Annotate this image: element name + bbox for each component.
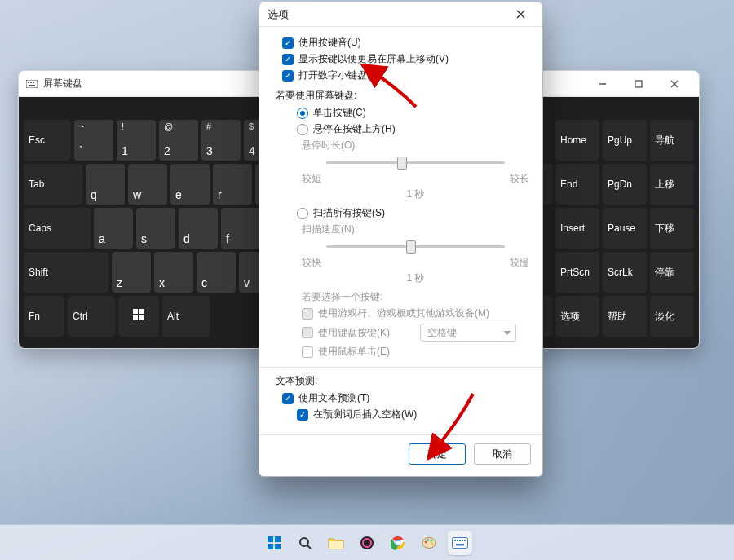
key-1[interactable]: !1 — [117, 120, 156, 161]
key-shift[interactable]: Shift — [24, 252, 108, 293]
key-a[interactable]: a — [94, 208, 133, 249]
divider — [259, 367, 542, 368]
key-c[interactable]: c — [197, 252, 236, 293]
check-scan-keyboard: 使用键盘按键(K) 空格键 — [302, 323, 529, 342]
check-insert-space[interactable]: ✓ 在预测词后插入空格(W) — [297, 408, 529, 421]
radio-icon — [297, 108, 308, 119]
check-numpad[interactable]: ✓ 打开数字小键盘(D) — [282, 68, 529, 82]
dialog-titlebar: 选项 — [259, 2, 542, 27]
key-alt[interactable]: Alt — [162, 296, 210, 337]
key-ctrl[interactable]: Ctrl — [68, 296, 115, 337]
scan-choose-label: 若要选择一个按键: — [302, 290, 529, 304]
check-icon: ✓ — [282, 393, 294, 404]
radio-icon — [297, 124, 308, 135]
options-dialog: 选项 ✓ 使用按键音(U) ✓ 显示按键以便更易在屏幕上移动(V) ✓ 打开数字… — [259, 2, 543, 477]
maximize-button[interactable] — [621, 71, 657, 97]
key-s[interactable]: s — [136, 208, 175, 249]
scan-slider-value: 1 秒 — [302, 271, 529, 285]
dialog-buttons: 确定 取消 — [259, 434, 542, 476]
key-x[interactable]: x — [154, 252, 193, 293]
key-home[interactable]: Home — [555, 120, 599, 161]
keyboard-icon — [25, 77, 38, 90]
taskbar-osk[interactable] — [448, 531, 472, 555]
taskbar — [0, 524, 734, 560]
key-help[interactable]: 帮助 — [603, 296, 647, 337]
hover-slider-left: 较短 — [302, 172, 321, 186]
key-movedown[interactable]: 下移 — [650, 208, 694, 249]
taskbar-start[interactable] — [262, 531, 286, 555]
radio-click[interactable]: 单击按键(C) — [297, 106, 529, 120]
key-3[interactable]: #3 — [201, 120, 241, 161]
minimize-button[interactable] — [585, 71, 621, 97]
ok-button[interactable]: 确定 — [409, 443, 466, 465]
key-w[interactable]: w — [128, 164, 167, 205]
radio-click-label: 单击按键(C) — [313, 106, 366, 120]
key-pgdn[interactable]: PgDn — [603, 164, 647, 205]
check-icon: ✓ — [297, 409, 308, 421]
scan-speed-label: 扫描速度(N): — [302, 223, 529, 236]
svg-rect-2 — [30, 82, 32, 83]
key-tab[interactable]: Tab — [24, 164, 82, 205]
key-fade[interactable]: 淡化 — [650, 296, 694, 337]
svg-point-19 — [300, 538, 308, 546]
dialog-title: 选项 — [268, 7, 503, 22]
key-fn[interactable]: Fn — [24, 296, 64, 337]
key-pgup[interactable]: PgUp — [603, 120, 647, 161]
key-insert[interactable]: Insert — [555, 208, 599, 249]
scan-slider-right: 较慢 — [510, 256, 529, 270]
scan-slider — [302, 238, 529, 254]
check-scan-mouse-label: 使用鼠标单击(E) — [318, 345, 390, 359]
key-backtick[interactable]: ~` — [74, 120, 113, 161]
svg-point-30 — [431, 540, 433, 542]
key-q[interactable]: q — [86, 164, 125, 205]
key-scrlk[interactable]: ScrLk — [603, 252, 647, 293]
check-click-sound-label: 使用按键音(U) — [298, 36, 361, 50]
check-text-predict[interactable]: ✓ 使用文本预测(T) — [282, 391, 529, 405]
key-prtscn[interactable]: PrtScn — [555, 252, 599, 293]
key-pause[interactable]: Pause — [603, 208, 647, 249]
key-e[interactable]: e — [170, 164, 210, 205]
key-moveup[interactable]: 上移 — [650, 164, 694, 205]
hover-slider — [302, 154, 529, 170]
check-icon — [302, 327, 313, 338]
svg-line-20 — [307, 545, 311, 549]
radio-hover-label: 悬停在按键上方(H) — [313, 122, 396, 136]
check-numpad-label: 打开数字小键盘(D) — [298, 68, 381, 82]
key-nav[interactable]: 导航 — [650, 120, 694, 161]
check-click-sound[interactable]: ✓ 使用按键音(U) — [282, 36, 529, 50]
check-icon — [302, 308, 313, 320]
check-show-keys-label: 显示按键以便更易在屏幕上移动(V) — [298, 52, 449, 66]
cancel-button[interactable]: 取消 — [474, 443, 531, 465]
check-show-keys[interactable]: ✓ 显示按键以便更易在屏幕上移动(V) — [282, 52, 529, 66]
radio-scan[interactable]: 扫描所有按键(S) — [297, 206, 529, 220]
svg-rect-36 — [462, 540, 463, 541]
check-icon: ✓ — [282, 37, 294, 49]
taskbar-app[interactable] — [355, 531, 379, 555]
key-2[interactable]: @2 — [159, 120, 198, 161]
svg-rect-37 — [464, 540, 466, 541]
close-button[interactable] — [657, 71, 692, 97]
key-esc[interactable]: Esc — [24, 120, 71, 161]
key-d[interactable]: d — [179, 208, 218, 249]
svg-point-27 — [422, 537, 436, 548]
key-z[interactable]: z — [112, 252, 151, 293]
radio-scan-label: 扫描所有按键(S) — [313, 206, 385, 220]
svg-rect-12 — [139, 315, 144, 320]
key-windows[interactable] — [118, 296, 159, 337]
radio-hover[interactable]: 悬停在按键上方(H) — [297, 122, 529, 136]
key-r[interactable]: r — [213, 164, 252, 205]
svg-rect-32 — [453, 537, 468, 548]
key-options[interactable]: 选项 — [555, 296, 599, 337]
key-f[interactable]: f — [221, 208, 260, 249]
key-dock[interactable]: 停靠 — [650, 252, 694, 293]
svg-rect-10 — [139, 309, 144, 314]
key-end[interactable]: End — [555, 164, 599, 205]
key-caps[interactable]: Caps — [24, 208, 91, 249]
taskbar-paint[interactable] — [417, 531, 441, 555]
taskbar-explorer[interactable] — [324, 531, 348, 555]
svg-rect-15 — [268, 536, 273, 542]
taskbar-chrome[interactable] — [386, 531, 410, 555]
use-osk-label: 若要使用屏幕键盘: — [276, 89, 529, 103]
taskbar-search[interactable] — [293, 531, 317, 555]
dialog-close-button[interactable] — [503, 3, 537, 26]
